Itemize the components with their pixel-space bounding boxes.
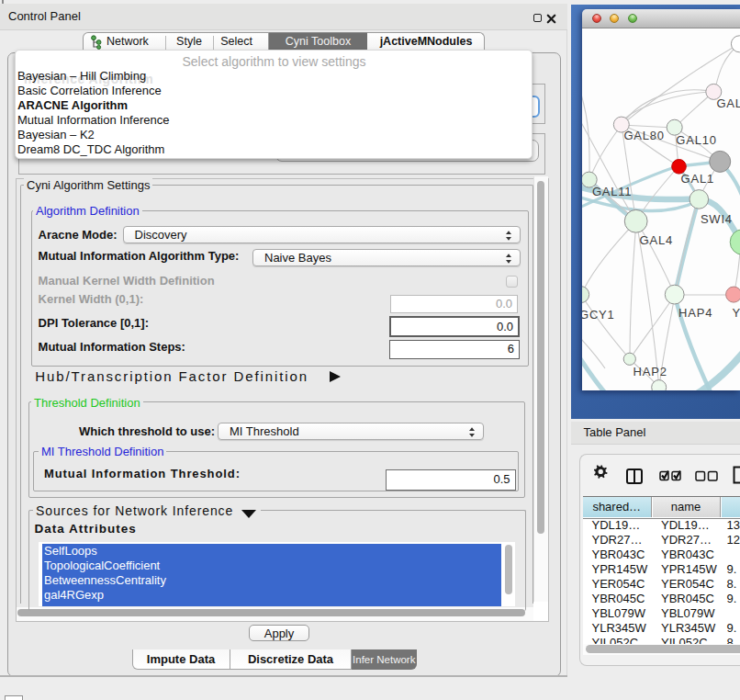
svg-text:GAL7: GAL7 [716,96,740,109]
svg-text:HAP2: HAP2 [633,365,667,378]
svg-text:GCY1: GCY1 [582,308,615,322]
svg-text:GAL80: GAL80 [623,128,664,141]
svg-text:Y: Y [733,305,740,319]
svg-text:GAL1: GAL1 [681,172,714,186]
svg-text:HAP4: HAP4 [678,305,712,319]
svg-text:SWI4: SWI4 [701,212,733,226]
svg-text:GAL11: GAL11 [592,184,633,198]
svg-text:GAL4: GAL4 [640,232,673,246]
svg-text:GAL10: GAL10 [676,132,716,146]
